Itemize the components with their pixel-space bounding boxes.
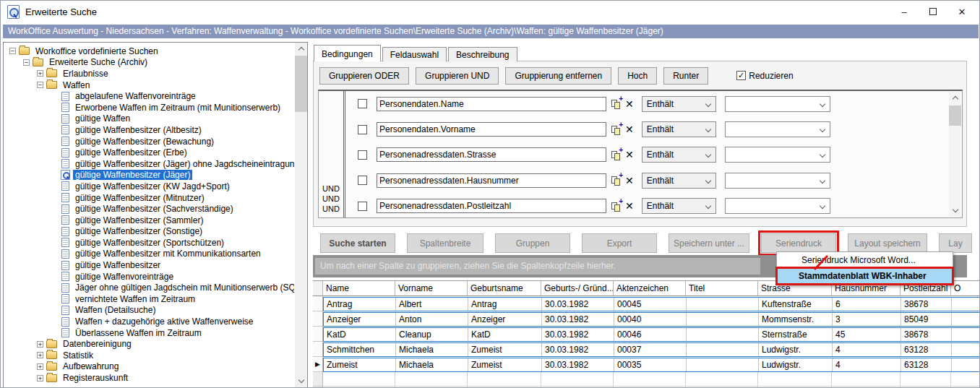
tree-item[interactable]: Erworbene Waffen im Zeitraum (mit Muniti… — [4, 102, 294, 113]
tree-item-label[interactable]: gültige Waffenbesitzer (Jäger) ohne Jagd… — [73, 159, 294, 169]
value-select[interactable] — [725, 121, 830, 137]
tree-item-label[interactable]: Erworbene Waffen im Zeitraum (mit Muniti… — [73, 103, 283, 113]
tree-item[interactable]: −Waffen — [4, 79, 294, 91]
tab-bedingungen[interactable]: Bedingungen — [314, 45, 381, 61]
tree-item[interactable]: gültige Waffenbesitzer mit Kommunikation… — [4, 249, 294, 260]
tree-item[interactable]: gültige Waffenbesitzer (Altbesitz) — [4, 124, 294, 136]
tree-item[interactable]: gültige Waffen — [4, 113, 294, 125]
tree-item-label[interactable]: gültige Waffenbesitzer (Sportschützen) — [73, 238, 226, 248]
table-row[interactable]: ▶ZumeistMichaelaZumeist30.03.198200035Lu… — [313, 357, 980, 372]
tree-item-label[interactable]: gültige Waffenbesitzer mit Kommunikation… — [73, 249, 263, 259]
tree-item-label[interactable]: Erlaubnisse — [61, 69, 111, 79]
column-header[interactable]: Geburtsname — [468, 281, 541, 296]
condition-checkbox[interactable] — [358, 125, 367, 134]
tree-item[interactable]: abgelaufene Waffenvoreinträge — [4, 90, 294, 102]
reduce-checkbox[interactable]: ✓ — [736, 71, 746, 80]
add-copy-icon[interactable]: + — [611, 200, 623, 212]
tree-item[interactable]: +Aufbewahrung — [4, 361, 294, 373]
speichern-unter--button[interactable]: Speichern unter ... — [669, 233, 749, 253]
suche-starten-button[interactable]: Suche starten — [320, 233, 395, 253]
expand-expander-icon[interactable]: + — [37, 352, 43, 358]
condition-field-input[interactable] — [377, 147, 606, 162]
column-header[interactable]: Titel — [686, 281, 758, 296]
tree-item-label[interactable]: gültige Waffenbesitzer (Erbe) — [73, 147, 189, 158]
gruppieren-oder-button[interactable]: Gruppieren ODER — [319, 67, 409, 85]
tab-feldauswahl[interactable]: Feldauswahl — [382, 47, 447, 61]
tree-item-label[interactable]: Jäger ohne gültigen Jagdschein mit Munit… — [73, 283, 294, 293]
tree-item[interactable]: +Datenbereinigung — [4, 338, 294, 350]
export-button[interactable]: Export — [582, 233, 657, 253]
tree-scrollbar[interactable] — [295, 43, 307, 387]
expand-expander-icon[interactable]: + — [37, 70, 43, 77]
tree-item[interactable]: Waffen + dazugehörige aktive Waffenverwe… — [4, 316, 294, 327]
tree-item-label[interactable]: Überlassene Waffen im Zeitraum — [73, 328, 204, 338]
condition-checkbox[interactable] — [358, 202, 367, 211]
table-row[interactable]: AnzeigerAntonAnzeiger30.03.198200040Momm… — [313, 311, 980, 327]
layout-speichern-button[interactable]: Layout speichern — [848, 233, 927, 253]
add-copy-icon[interactable]: + — [611, 174, 623, 186]
scrollbar-thumb[interactable] — [295, 56, 307, 112]
tree-item-label[interactable]: Waffen — [61, 80, 92, 90]
scrollbar-thumb[interactable] — [949, 105, 961, 126]
tree-item-label[interactable]: gültige Waffenbesitzer (Altbesitz) — [73, 125, 204, 135]
add-copy-icon[interactable]: + — [611, 98, 623, 110]
column-header[interactable]: Name — [323, 281, 395, 296]
value-select[interactable] — [725, 173, 830, 189]
tree-item[interactable]: gültige Waffenbesitzer (Erbe) — [4, 147, 294, 158]
tree-item[interactable]: gültige Waffenbesitzer (Sonstige) — [4, 226, 294, 238]
expand-expander-icon[interactable]: + — [37, 363, 43, 370]
menu-item[interactable]: Seriendruck Microsoft Word... — [777, 252, 953, 268]
tree-item[interactable]: +Statistik — [4, 350, 294, 361]
tab-beschreibung[interactable]: Beschreibung — [448, 47, 517, 61]
table-row[interactable]: AntragAlbertAntrag30.03.198200045Kuftens… — [313, 296, 980, 311]
tree-item[interactable]: gültige Waffenbesitzer (KW Jagd+Sport) — [4, 181, 294, 192]
tree-item-label[interactable]: gültige Waffenbesitzer (Sammler) — [73, 215, 205, 225]
scroll-up-icon[interactable] — [295, 43, 307, 55]
collapse-expander-icon[interactable]: − — [37, 82, 43, 88]
tree-item[interactable]: gültige Waffenbesitzer (Sachverständige) — [4, 203, 294, 215]
tree-item-label[interactable]: Waffen (Detailsuche) — [73, 305, 158, 315]
gruppen-button[interactable]: Gruppen — [495, 233, 570, 253]
operator-select[interactable]: Enthält — [642, 121, 716, 137]
column-header[interactable]: Aktenzeichen — [614, 281, 686, 296]
operator-select[interactable]: Enthält — [642, 147, 716, 163]
menu-item[interactable]: Stammdatenblatt WBK-Inhaber — [777, 268, 953, 284]
maximize-button[interactable] — [919, 1, 947, 22]
tree-item-label[interactable]: Registerauskunft — [61, 373, 130, 383]
tree-item-label[interactable]: gültige Waffen — [73, 113, 132, 124]
tree-item-label[interactable]: Erweiterte Suche (Archiv) — [47, 57, 150, 67]
tree-item-label[interactable]: gültige Waffenbesitzer (Mitnutzer) — [73, 193, 207, 203]
tree-item-label[interactable]: vernichtete Waffen im Zeitraum — [73, 294, 197, 304]
table-row[interactable]: KatDCleanupKatD30.03.198200046Sternstraß… — [313, 327, 980, 342]
tree-item-label[interactable]: gültige Waffenbesitzer — [73, 260, 163, 270]
tree-item-label[interactable]: Workoffice vordefinierte Suchen — [33, 46, 160, 56]
tree-item-label[interactable]: gültige Waffenvoreinträge — [73, 272, 176, 282]
delete-condition-icon[interactable]: ✕ — [625, 175, 634, 186]
condition-field-input[interactable] — [377, 199, 606, 213]
hoch-button[interactable]: Hoch — [618, 67, 657, 85]
operator-select[interactable]: Enthält — [642, 173, 716, 189]
collapse-expander-icon[interactable]: − — [23, 59, 30, 66]
scroll-up-icon[interactable] — [949, 92, 961, 104]
condition-checkbox[interactable] — [358, 150, 367, 160]
tree-item[interactable]: gültige Waffenbesitzer — [4, 259, 294, 271]
seriendruck-button[interactable]: Seriendruck — [761, 233, 836, 253]
tree-item-label[interactable]: gültige Waffenbesitzer (Jäger) — [73, 170, 192, 180]
tree-item[interactable]: gültige Waffenbesitzer (Jäger) — [4, 170, 294, 181]
tree-item-label[interactable]: gültige Waffenbesitzer (Sonstige) — [73, 226, 205, 236]
tree-item-label[interactable]: Waffen + dazugehörige aktive Waffenverwe… — [73, 316, 255, 327]
tree-item[interactable]: −Workoffice vordefinierte Suchen — [4, 46, 294, 57]
conditions-scrollbar[interactable] — [949, 92, 961, 217]
tree-item[interactable]: gültige Waffenbesitzer (Jäger) ohne Jagd… — [4, 158, 294, 170]
tree-item[interactable]: +Registerauskunft — [4, 372, 294, 384]
condition-field-input[interactable] — [377, 173, 606, 188]
column-header[interactable]: O — [951, 281, 980, 296]
tree-item[interactable]: Waffen (Detailsuche) — [4, 305, 294, 316]
tree-item[interactable]: −Erweiterte Suche (Archiv) — [4, 57, 294, 69]
tree-item[interactable]: vernichtete Waffen im Zeitraum — [4, 293, 294, 305]
scroll-down-icon[interactable] — [949, 204, 961, 217]
gruppieren-und-button[interactable]: Gruppieren UND — [416, 67, 499, 85]
value-select[interactable] — [725, 96, 830, 112]
value-select[interactable] — [725, 198, 830, 214]
row-selector-cell[interactable] — [313, 296, 323, 311]
